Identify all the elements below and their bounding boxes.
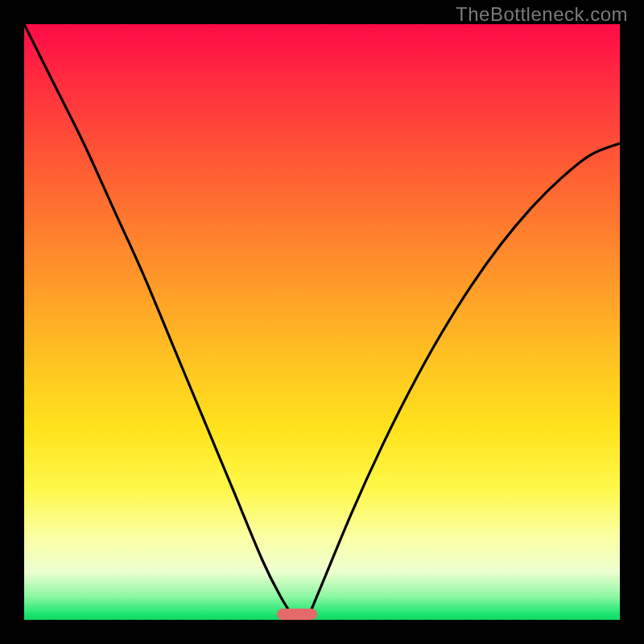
right-curve bbox=[308, 143, 621, 620]
chart-frame: TheBottleneck.com bbox=[0, 0, 644, 644]
plot-area bbox=[24, 24, 620, 620]
curves-layer bbox=[24, 24, 620, 620]
watermark-text: TheBottleneck.com bbox=[456, 3, 628, 26]
left-curve bbox=[24, 24, 295, 620]
minimum-marker-chip bbox=[277, 609, 317, 620]
